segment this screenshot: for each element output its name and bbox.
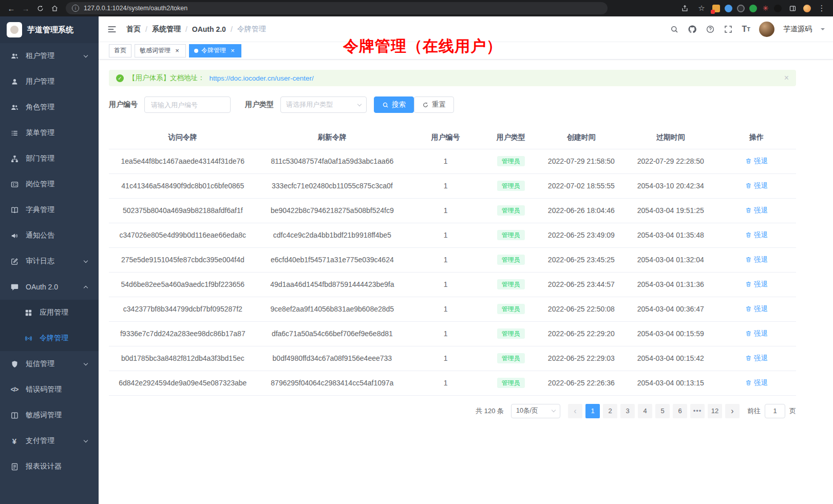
refresh-token-cell: 49d1aa46d1454fbd87591444423be9fa [257,272,408,297]
sidebar-item-error-code[interactable]: </> 错误码管理 [0,377,99,402]
column-header: 创建时间 [538,126,624,149]
browser-menu-icon[interactable]: ⋮ [816,2,828,14]
tab-token[interactable]: 令牌管理 × [189,44,241,57]
tab-home[interactable]: 首页 [109,44,131,57]
sidebar-item-sensitive-word[interactable]: 敏感词管理 [0,402,99,428]
font-size-icon[interactable]: TT [742,25,750,34]
user-avatar[interactable] [759,22,774,37]
prev-page-button[interactable]: ‹ [568,404,582,418]
fullscreen-icon[interactable] [724,25,733,34]
user-type-tag: 管理员 [497,304,525,314]
pagination-page-2[interactable]: 2 [603,404,617,418]
force-logout-button[interactable]: 强退 [745,230,768,240]
sidebar-item-role[interactable]: 角色管理 [0,94,99,120]
sidebar-item-menu[interactable]: 菜单管理 [0,120,99,146]
sidebar-item-notice[interactable]: 通知公告 [0,223,99,248]
home-icon[interactable] [48,2,61,14]
chevron-down-icon[interactable] [821,28,825,32]
search-button[interactable]: 搜索 [374,96,414,113]
column-header: 用户类型 [483,126,538,149]
pagination-page-4[interactable]: 4 [638,404,652,418]
extension-icon-6[interactable] [774,5,782,12]
extension-icon-4[interactable] [749,5,757,12]
user-type-select[interactable]: 请选择用户类型 [280,96,367,113]
sidebar-item-oauth2-token[interactable]: 令牌管理 [0,325,99,351]
next-page-button[interactable]: › [725,404,740,418]
force-logout-button[interactable]: 强退 [745,354,768,363]
breadcrumb-item[interactable]: 系统管理 [152,25,181,34]
pagination-page-12[interactable]: 12 [708,404,722,418]
doc-link[interactable]: https://doc.iocoder.cn/user-center/ [210,74,314,82]
profile-avatar[interactable] [803,5,811,12]
user-name[interactable]: 芋道源码 [783,25,812,34]
access-token-cell: 41c41346a548490f9dc8b01c6bfe0865 [109,173,257,198]
header-tools: TT 芋道源码 [670,22,825,37]
sidebar-item-post[interactable]: 岗位管理 [0,171,99,197]
search-icon[interactable] [670,25,679,34]
forward-icon[interactable]: → [20,2,32,14]
breadcrumb-separator: / [185,25,187,33]
sidebar-item-audit-log[interactable]: 审计日志 [0,248,99,274]
doc-icon [10,462,19,471]
pagination-more-icon[interactable]: ••• [690,404,705,418]
shield-icon [10,360,19,369]
bookmark-star-icon[interactable]: ☆ [695,2,708,14]
tab-close-icon[interactable]: × [229,47,236,54]
force-logout-button[interactable]: 强退 [745,304,768,314]
sidebar-item-label: 角色管理 [26,103,89,112]
share-icon[interactable] [678,2,691,14]
force-logout-button[interactable]: 强退 [745,378,768,387]
breadcrumb-item[interactable]: 首页 [126,25,141,34]
code-icon: </> [10,386,19,393]
sidebar-item-oauth2-app[interactable]: 应用管理 [0,300,99,325]
force-logout-button[interactable]: 强退 [745,157,768,166]
list-icon [10,129,19,138]
back-icon[interactable]: ← [5,2,17,14]
force-logout-button[interactable]: 强退 [745,206,768,215]
pagination-page-5[interactable]: 5 [655,404,670,418]
pagination-page-6[interactable]: 6 [673,404,687,418]
megaphone-icon [10,231,19,240]
sidebar-item-sms[interactable]: 短信管理 [0,351,99,377]
sidebar-item-dict[interactable]: 字典管理 [0,197,99,223]
sidebar-item-user[interactable]: 用户管理 [0,69,99,94]
site-info-icon[interactable]: i [72,5,79,12]
force-logout-button[interactable]: 强退 [745,329,768,338]
app-logo[interactable]: 芋道管理系统 [0,16,99,43]
access-token-cell: b0d1785bc3a8482f812db4a3f3bd15ec [109,346,257,371]
sidebar-item-pay[interactable]: ¥ 支付管理 [0,428,99,454]
token-row: 1ea5e44f8bc1467aaede43144f31de76 811c530… [109,149,796,173]
breadcrumb-separator: / [145,25,147,33]
reload-icon[interactable] [34,2,46,14]
extension-icon-3[interactable] [737,5,745,12]
tab-sensitive-word[interactable]: 敏感词管理 × [135,44,186,57]
extension-icon-1[interactable] [712,5,720,12]
extension-icon-5[interactable]: ✳ [762,5,769,12]
pagination-page-3[interactable]: 3 [620,404,635,418]
force-logout-button[interactable]: 强退 [745,181,768,190]
breadcrumb-item[interactable]: OAuth 2.0 [192,25,226,33]
help-icon[interactable] [706,25,715,34]
chevron-up-icon [84,285,88,289]
reset-button[interactable]: 重置 [414,96,454,113]
page-size-select[interactable]: 10条/页 [511,404,560,418]
pagination-page-1[interactable]: 1 [585,404,600,418]
token-row: 54d6be82ee5a460a9aedc1f9bf223656 49d1aa4… [109,272,796,297]
sidebar-item-tenant[interactable]: 租户管理 [0,43,99,69]
github-icon[interactable] [688,25,697,34]
sidebar-toggle-icon[interactable] [107,24,117,34]
sidebar-item-dept[interactable]: 部门管理 [0,146,99,171]
alert-close-icon[interactable]: × [784,74,789,82]
tab-close-icon[interactable]: × [174,47,181,54]
goto-page-input[interactable] [765,404,785,418]
access-token-cell: 502375b8040a469a9b82188afdf6af1f [109,198,257,223]
user-id-input[interactable] [144,96,231,113]
sidebar-item-label: 租户管理 [26,51,78,61]
sidebar-item-oauth2[interactable]: OAuth 2.0 [0,274,99,300]
force-logout-button[interactable]: 强退 [745,280,768,289]
extension-icon-2[interactable] [725,5,732,12]
split-view-icon[interactable] [786,2,799,14]
force-logout-button[interactable]: 强退 [745,255,768,264]
sidebar-item-report-designer[interactable]: 报表设计器 [0,454,99,479]
address-bar[interactable]: i 127.0.0.1:1024/system/oauth2/token [66,2,608,14]
